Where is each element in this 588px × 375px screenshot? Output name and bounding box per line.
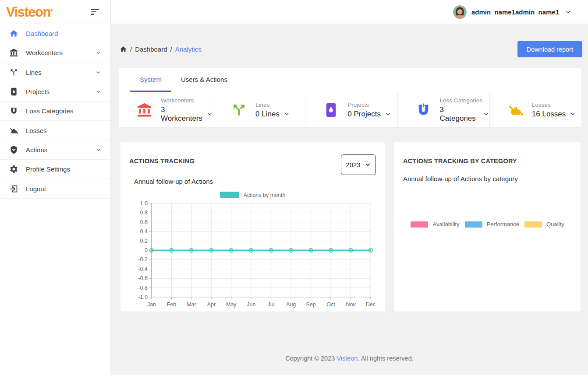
svg-text:Mar: Mar — [187, 301, 196, 308]
user-name: admin_name1admin_name1 — [471, 8, 559, 16]
legend-swatch — [524, 221, 542, 228]
chevron-down-icon — [95, 147, 102, 153]
legend-swatch — [411, 221, 428, 228]
svg-text:0.8: 0.8 — [140, 210, 148, 216]
charts-row: ACTIONS TRACKING 2023 Annual follow-up o… — [120, 142, 581, 312]
home-icon[interactable] — [120, 46, 127, 53]
breadcrumb-dashboard[interactable]: Dashboard — [135, 46, 167, 53]
stat-value: 0 Lines — [255, 110, 280, 119]
sidebar-item-lines[interactable]: Lines — [0, 63, 110, 82]
sidebar-item-label: Dashboard — [26, 30, 58, 37]
visteon-link[interactable]: Visteon — [337, 355, 358, 362]
svg-text:1.0: 1.0 — [140, 200, 148, 207]
tab-system[interactable]: System — [130, 68, 171, 92]
sidebar-item-label: Loss Categories — [26, 107, 73, 115]
chevron-down-icon[interactable] — [206, 111, 213, 117]
chevron-down-icon[interactable] — [483, 111, 489, 117]
barrel-icon — [323, 102, 339, 118]
copyright-text: Copyright © 2023 Visteon. All rights res… — [285, 355, 414, 362]
magnet-icon — [9, 106, 18, 116]
svg-text:Nov: Nov — [346, 301, 356, 308]
sidebar-item-label: Logout — [26, 185, 46, 193]
visteon-logo: Visteon® — [6, 5, 53, 19]
svg-text:-0.6: -0.6 — [138, 275, 148, 281]
breadcrumb-row: / Dashboard / Analytics Download report — [111, 24, 588, 57]
stat-label: Projects — [347, 102, 391, 108]
actions-by-category-subtitle: Annual follow-up of Actions by category — [403, 175, 572, 182]
stats-row: Workcenters3 WorkcentersLines0 LinesProj… — [119, 92, 581, 127]
user-menu[interactable]: admin_name1admin_name1 — [453, 5, 571, 19]
legend-label: Availability — [432, 221, 459, 228]
chart-legend: Actions by month — [129, 192, 376, 198]
stat-value: 3 Workcenters — [161, 105, 202, 123]
logout-icon — [9, 184, 18, 193]
legend-label: Actions by month — [244, 192, 286, 198]
stat-losses: Losses16 Losses — [489, 92, 581, 127]
sidebar-item-dashboard[interactable]: Dashboard — [0, 24, 110, 43]
svg-text:-0.4: -0.4 — [138, 266, 148, 272]
year-select[interactable]: 2023 — [341, 154, 376, 175]
svg-text:Sep: Sep — [306, 301, 316, 308]
breadcrumb-separator: / — [130, 46, 132, 53]
sidebar: Visteon® DashboardWorkcentersLinesProjec… — [0, 0, 111, 375]
top-header: admin_name1admin_name1 — [111, 0, 588, 24]
svg-text:0: 0 — [145, 247, 148, 253]
svg-text:0.6: 0.6 — [140, 219, 148, 225]
sidebar-item-logout[interactable]: Logout — [0, 179, 110, 198]
tab-bar: System Users & Actions — [119, 68, 581, 92]
sidebar-item-label: Workcenters — [26, 49, 63, 56]
home-icon — [9, 29, 18, 38]
oilcan-icon — [9, 126, 18, 135]
sidebar-item-label: Projects — [26, 88, 50, 95]
svg-text:May: May — [226, 301, 237, 308]
svg-text:-1.0: -1.0 — [138, 294, 148, 300]
actions-line-chart: 1.00.80.60.40.20-0.2-0.4-0.6-0.8-1.0JanF… — [131, 199, 376, 311]
legend-label: Performance — [487, 221, 519, 228]
sidebar-item-loss-categories[interactable]: Loss Categories — [0, 102, 110, 121]
legend-swatch — [465, 221, 482, 228]
svg-text:0.4: 0.4 — [140, 228, 148, 235]
shield-icon — [9, 145, 18, 154]
stat-label: Loss Categories — [440, 97, 489, 104]
menu-toggle-icon[interactable] — [91, 7, 99, 16]
breadcrumb: / Dashboard / Analytics — [120, 46, 202, 53]
gear-icon — [9, 165, 18, 174]
footer: Copyright © 2023 Visteon. All rights res… — [111, 341, 588, 375]
chevron-down-icon[interactable] — [385, 111, 391, 117]
sidebar-item-profile-settings[interactable]: Profile Settings — [0, 160, 110, 179]
sidebar-item-projects[interactable]: Projects — [0, 82, 110, 102]
chevron-down-icon — [95, 88, 102, 95]
split-icon — [9, 68, 18, 77]
stat-label: Lines — [255, 102, 290, 108]
svg-text:Jul: Jul — [268, 301, 275, 308]
sidebar-item-label: Actions — [26, 146, 47, 154]
barrel-icon — [9, 87, 18, 96]
sidebar-item-losses[interactable]: Losses — [0, 121, 110, 140]
chevron-down-icon — [95, 49, 102, 56]
chevron-down-icon — [365, 161, 371, 168]
actions-tracking-subtitle: Annual follow-up of Actions — [134, 178, 376, 185]
stat-workcenters: Workcenters3 Workcenters — [119, 92, 213, 127]
chevron-down-icon — [95, 69, 102, 76]
sidebar-logo-row: Visteon® — [0, 0, 110, 24]
oilcan-icon — [507, 102, 524, 118]
chevron-down-icon[interactable] — [283, 111, 290, 117]
actions-by-category-card: ACTIONS TRACKING BY CATEGORY Annual foll… — [394, 142, 581, 312]
split-icon — [231, 102, 247, 118]
svg-text:Aug: Aug — [286, 301, 296, 308]
sidebar-item-label: Losses — [26, 127, 47, 134]
chevron-down-icon[interactable] — [570, 111, 576, 117]
download-report-button[interactable]: Download report — [517, 41, 582, 57]
sidebar-item-workcenters[interactable]: Workcenters — [0, 43, 110, 63]
breadcrumb-separator: / — [170, 46, 172, 53]
tab-users-actions[interactable]: Users & Actions — [171, 68, 237, 92]
svg-text:0.2: 0.2 — [140, 238, 148, 244]
breadcrumb-analytics: Analytics — [175, 46, 202, 53]
sidebar-item-actions[interactable]: Actions — [0, 140, 110, 160]
svg-text:Oct: Oct — [326, 301, 335, 308]
sidebar-item-label: Lines — [26, 69, 42, 76]
svg-text:Jan: Jan — [147, 301, 156, 308]
magnet-icon — [415, 102, 432, 118]
bank-icon — [136, 102, 152, 118]
stat-lines: Lines0 Lines — [213, 92, 305, 127]
